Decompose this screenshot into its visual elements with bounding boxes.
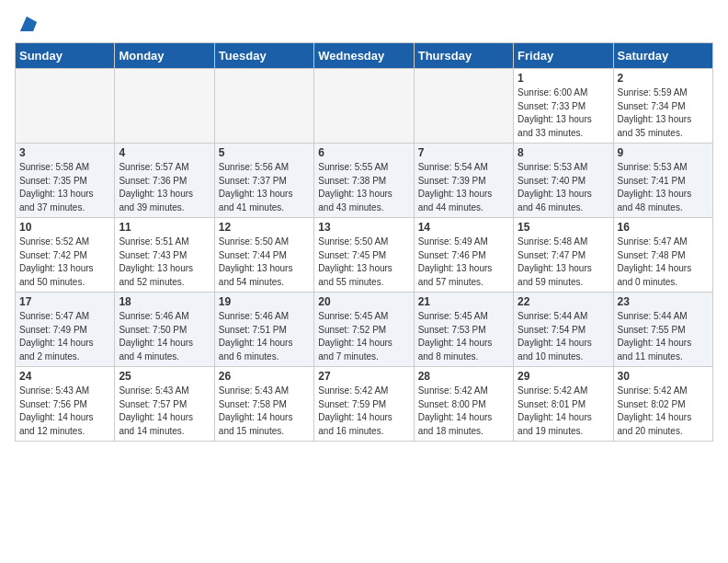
day-info: Sunrise: 5:51 AMSunset: 7:43 PMDaylight:… [119, 236, 210, 289]
calendar-week-row: 10Sunrise: 5:52 AMSunset: 7:42 PMDayligh… [16, 218, 713, 293]
day-info: Sunrise: 5:43 AMSunset: 7:58 PMDaylight:… [219, 385, 310, 438]
day-info: Sunrise: 5:52 AMSunset: 7:42 PMDaylight:… [19, 236, 110, 289]
day-info: Sunrise: 5:50 AMSunset: 7:44 PMDaylight:… [219, 236, 310, 289]
calendar-cell [115, 69, 214, 144]
day-number: 27 [318, 370, 409, 383]
calendar-cell: 22Sunrise: 5:44 AMSunset: 7:54 PMDayligh… [514, 293, 613, 367]
calendar-cell: 16Sunrise: 5:47 AMSunset: 7:48 PMDayligh… [613, 218, 712, 293]
day-info: Sunrise: 5:53 AMSunset: 7:40 PMDaylight:… [518, 161, 609, 214]
day-number: 24 [19, 370, 110, 383]
day-info: Sunrise: 5:55 AMSunset: 7:38 PMDaylight:… [318, 161, 409, 214]
calendar-cell: 2Sunrise: 5:59 AMSunset: 7:34 PMDaylight… [613, 69, 712, 144]
calendar-cell: 26Sunrise: 5:43 AMSunset: 7:58 PMDayligh… [214, 367, 313, 442]
calendar-cell: 30Sunrise: 5:42 AMSunset: 8:02 PMDayligh… [613, 367, 712, 442]
calendar-header-wednesday: Wednesday [314, 43, 414, 69]
day-info: Sunrise: 5:59 AMSunset: 7:34 PMDaylight:… [618, 86, 709, 140]
day-number: 8 [518, 146, 609, 159]
calendar-cell: 12Sunrise: 5:50 AMSunset: 7:44 PMDayligh… [214, 218, 313, 293]
day-info: Sunrise: 5:49 AMSunset: 7:46 PMDaylight:… [418, 236, 509, 289]
day-number: 4 [119, 146, 210, 159]
calendar-cell: 8Sunrise: 5:53 AMSunset: 7:40 PMDaylight… [514, 144, 613, 218]
day-number: 28 [418, 370, 509, 383]
logo [15, 15, 37, 35]
calendar-cell: 15Sunrise: 5:48 AMSunset: 7:47 PMDayligh… [514, 218, 613, 293]
calendar-cell: 28Sunrise: 5:42 AMSunset: 8:00 PMDayligh… [414, 367, 513, 442]
calendar-cell [16, 69, 115, 144]
day-info: Sunrise: 5:58 AMSunset: 7:35 PMDaylight:… [19, 161, 110, 214]
day-info: Sunrise: 5:43 AMSunset: 7:56 PMDaylight:… [19, 385, 110, 438]
day-info: Sunrise: 5:43 AMSunset: 7:57 PMDaylight:… [119, 385, 210, 438]
calendar-table: SundayMondayTuesdayWednesdayThursdayFrid… [15, 42, 713, 442]
calendar-header-monday: Monday [115, 43, 214, 69]
calendar-week-row: 17Sunrise: 5:47 AMSunset: 7:49 PMDayligh… [16, 293, 713, 367]
day-number: 15 [518, 221, 609, 234]
day-number: 23 [618, 295, 709, 308]
calendar-header-friday: Friday [514, 43, 613, 69]
day-number: 7 [418, 146, 509, 159]
day-number: 9 [618, 146, 709, 159]
day-info: Sunrise: 5:46 AMSunset: 7:50 PMDaylight:… [119, 310, 210, 363]
calendar-cell [314, 69, 414, 144]
calendar-cell: 14Sunrise: 5:49 AMSunset: 7:46 PMDayligh… [414, 218, 513, 293]
calendar-cell: 29Sunrise: 5:42 AMSunset: 8:01 PMDayligh… [514, 367, 613, 442]
day-info: Sunrise: 5:45 AMSunset: 7:52 PMDaylight:… [318, 310, 409, 363]
day-number: 26 [219, 370, 310, 383]
calendar-cell: 10Sunrise: 5:52 AMSunset: 7:42 PMDayligh… [16, 218, 115, 293]
calendar-header-thursday: Thursday [414, 43, 513, 69]
day-info: Sunrise: 5:54 AMSunset: 7:39 PMDaylight:… [418, 161, 509, 214]
day-number: 16 [618, 221, 709, 234]
day-info: Sunrise: 5:57 AMSunset: 7:36 PMDaylight:… [119, 161, 210, 214]
calendar-cell: 24Sunrise: 5:43 AMSunset: 7:56 PMDayligh… [16, 367, 115, 442]
day-number: 20 [318, 295, 409, 308]
calendar-week-row: 3Sunrise: 5:58 AMSunset: 7:35 PMDaylight… [16, 144, 713, 218]
calendar-cell: 9Sunrise: 5:53 AMSunset: 7:41 PMDaylight… [613, 144, 712, 218]
day-info: Sunrise: 5:44 AMSunset: 7:54 PMDaylight:… [518, 310, 609, 363]
day-info: Sunrise: 5:56 AMSunset: 7:37 PMDaylight:… [219, 161, 310, 214]
calendar-cell: 20Sunrise: 5:45 AMSunset: 7:52 PMDayligh… [314, 293, 414, 367]
calendar-cell: 17Sunrise: 5:47 AMSunset: 7:49 PMDayligh… [16, 293, 115, 367]
day-info: Sunrise: 5:53 AMSunset: 7:41 PMDaylight:… [618, 161, 709, 214]
calendar-cell: 4Sunrise: 5:57 AMSunset: 7:36 PMDaylight… [115, 144, 214, 218]
calendar-header-row: SundayMondayTuesdayWednesdayThursdayFrid… [16, 43, 713, 69]
day-number: 10 [19, 221, 110, 234]
day-info: Sunrise: 5:42 AMSunset: 8:01 PMDaylight:… [518, 385, 609, 438]
day-number: 30 [618, 370, 709, 383]
svg-marker-1 [20, 17, 37, 31]
calendar-cell: 23Sunrise: 5:44 AMSunset: 7:55 PMDayligh… [613, 293, 712, 367]
day-number: 22 [518, 295, 609, 308]
day-number: 6 [318, 146, 409, 159]
day-number: 13 [318, 221, 409, 234]
calendar-week-row: 1Sunrise: 6:00 AMSunset: 7:33 PMDaylight… [16, 69, 713, 144]
day-info: Sunrise: 5:47 AMSunset: 7:48 PMDaylight:… [618, 236, 709, 289]
day-info: Sunrise: 5:48 AMSunset: 7:47 PMDaylight:… [518, 236, 609, 289]
day-info: Sunrise: 5:44 AMSunset: 7:55 PMDaylight:… [618, 310, 709, 363]
day-number: 5 [219, 146, 310, 159]
header [15, 15, 713, 35]
day-number: 18 [119, 295, 210, 308]
calendar-cell: 3Sunrise: 5:58 AMSunset: 7:35 PMDaylight… [16, 144, 115, 218]
calendar-cell: 25Sunrise: 5:43 AMSunset: 7:57 PMDayligh… [115, 367, 214, 442]
day-info: Sunrise: 5:42 AMSunset: 8:00 PMDaylight:… [418, 385, 509, 438]
calendar-cell: 13Sunrise: 5:50 AMSunset: 7:45 PMDayligh… [314, 218, 414, 293]
calendar-cell [414, 69, 513, 144]
day-info: Sunrise: 6:00 AMSunset: 7:33 PMDaylight:… [518, 86, 609, 140]
calendar-cell: 21Sunrise: 5:45 AMSunset: 7:53 PMDayligh… [414, 293, 513, 367]
day-number: 29 [518, 370, 609, 383]
calendar-cell [214, 69, 313, 144]
day-info: Sunrise: 5:42 AMSunset: 8:02 PMDaylight:… [618, 385, 709, 438]
day-info: Sunrise: 5:47 AMSunset: 7:49 PMDaylight:… [19, 310, 110, 363]
calendar-cell: 11Sunrise: 5:51 AMSunset: 7:43 PMDayligh… [115, 218, 214, 293]
calendar-cell: 5Sunrise: 5:56 AMSunset: 7:37 PMDaylight… [214, 144, 313, 218]
calendar-cell: 7Sunrise: 5:54 AMSunset: 7:39 PMDaylight… [414, 144, 513, 218]
day-number: 21 [418, 295, 509, 308]
calendar-cell: 19Sunrise: 5:46 AMSunset: 7:51 PMDayligh… [214, 293, 313, 367]
calendar-cell: 27Sunrise: 5:42 AMSunset: 7:59 PMDayligh… [314, 367, 414, 442]
day-number: 14 [418, 221, 509, 234]
calendar-cell: 18Sunrise: 5:46 AMSunset: 7:50 PMDayligh… [115, 293, 214, 367]
day-info: Sunrise: 5:42 AMSunset: 7:59 PMDaylight:… [318, 385, 409, 438]
day-number: 19 [219, 295, 310, 308]
calendar-header-tuesday: Tuesday [214, 43, 313, 69]
day-number: 17 [19, 295, 110, 308]
calendar-header-sunday: Sunday [16, 43, 115, 69]
day-number: 3 [19, 146, 110, 159]
